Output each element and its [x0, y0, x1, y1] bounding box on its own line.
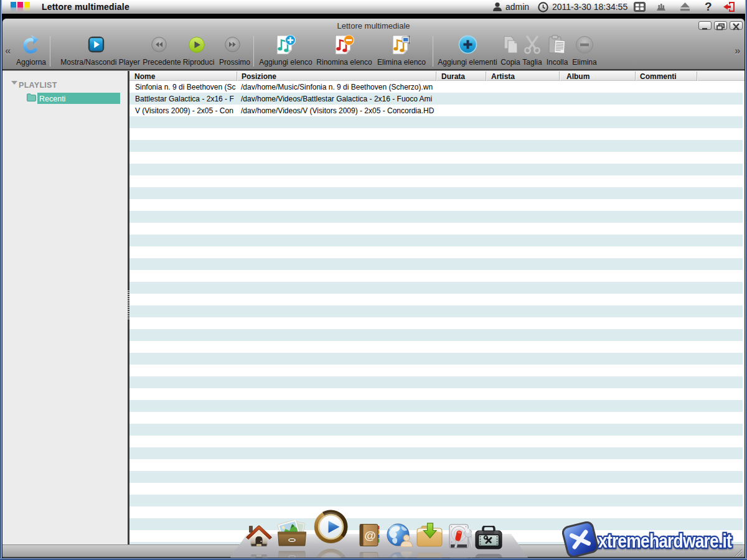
svg-text:xtremehardware.it: xtremehardware.it: [598, 530, 732, 552]
svg-text:@: @: [364, 529, 376, 542]
